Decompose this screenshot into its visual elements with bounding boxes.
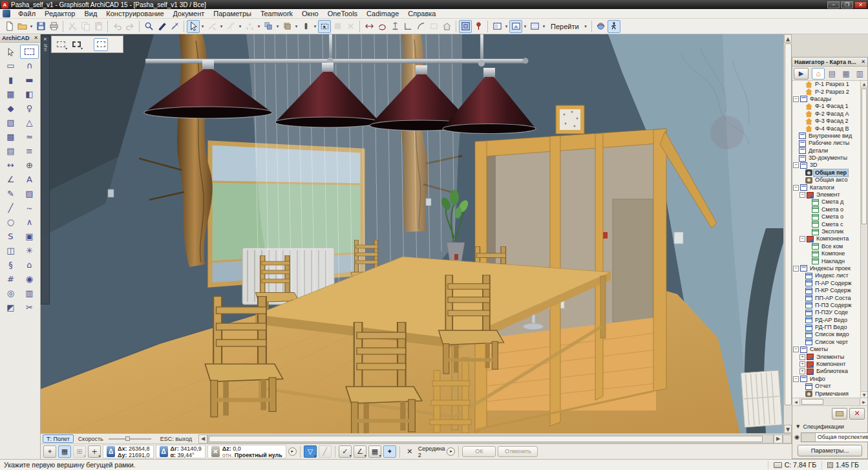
- snap-perpendicular-button[interactable]: ∠▾: [354, 445, 366, 458]
- menu-редактор[interactable]: Редактор: [40, 9, 79, 19]
- scroll-up-icon[interactable]: ▲: [784, 34, 792, 43]
- roof-tool[interactable]: △: [20, 116, 39, 130]
- markup-pin-button[interactable]: [472, 20, 485, 33]
- expand-icon[interactable]: +: [799, 369, 805, 374]
- selection-block-button[interactable]: [331, 20, 344, 33]
- tree-item[interactable]: Смета д: [792, 198, 860, 206]
- text-tool[interactable]: A: [20, 173, 39, 187]
- coordinate-add-button[interactable]: +▸: [88, 445, 101, 458]
- resize-corner[interactable]: [783, 434, 792, 443]
- navigator-titlebar[interactable]: Навигатор - Карта п... ✕: [792, 58, 867, 67]
- interior-elevation-tool[interactable]: #: [1, 272, 20, 286]
- trim-button[interactable]: [206, 20, 218, 33]
- view-combo-layout-dropdown-icon[interactable]: ▾: [541, 20, 547, 33]
- tree-item[interactable]: РД-ГП Ведо: [792, 324, 860, 331]
- tab-view-map[interactable]: ▤: [826, 68, 838, 80]
- group-elements-button[interactable]: [243, 20, 256, 33]
- collapse-icon[interactable]: −: [793, 266, 799, 272]
- magic-wand-button[interactable]: ✦: [383, 445, 396, 458]
- tree-item[interactable]: Смета о: [792, 213, 860, 220]
- tree-item[interactable]: Отчет: [792, 383, 860, 390]
- guide-line-button[interactable]: ╱: [319, 445, 332, 458]
- dimension-tool[interactable]: ↔: [1, 158, 20, 173]
- tree-item[interactable]: Р-2 Разрез 2: [792, 88, 860, 95]
- collapse-icon[interactable]: −: [793, 347, 799, 352]
- arc-tool[interactable]: ～: [20, 201, 39, 215]
- collapse-icon[interactable]: −: [793, 376, 799, 382]
- grid-snap-button[interactable]: ⊞▸: [73, 445, 86, 458]
- tree-item[interactable]: Ф-1 Фасад 1: [792, 103, 860, 110]
- wall-tool[interactable]: ▭: [1, 59, 20, 73]
- elevate-button[interactable]: [388, 20, 401, 33]
- line-tool[interactable]: ╱: [1, 201, 20, 215]
- zone-tool[interactable]: ◩: [1, 301, 20, 315]
- tree-item[interactable]: Рабочие листы: [792, 140, 860, 147]
- snap-grid-button[interactable]: ▦▾: [368, 445, 381, 458]
- circle-tool[interactable]: ○: [1, 215, 20, 230]
- change-order-button[interactable]: [262, 20, 275, 33]
- view-combo-3d-dropdown-icon[interactable]: ▾: [522, 20, 528, 33]
- delete-item-button[interactable]: ✕: [849, 408, 865, 420]
- open-file-button[interactable]: [16, 20, 28, 33]
- tree-scroll-left-icon[interactable]: ◀: [792, 398, 800, 405]
- orbit-button[interactable]: [595, 20, 608, 33]
- menu-справка[interactable]: Справка: [403, 9, 440, 19]
- worksheet-tool[interactable]: ▥: [20, 286, 39, 301]
- new-document-button[interactable]: [3, 20, 16, 33]
- save-button[interactable]: [34, 20, 47, 33]
- menu-конструирование[interactable]: Конструирование: [101, 9, 168, 19]
- tree-item[interactable]: ПП-АР Соста: [792, 294, 860, 301]
- tree-item[interactable]: −Инфо: [792, 376, 860, 383]
- close-button[interactable]: ✕: [854, 1, 867, 8]
- snap-expand-icon[interactable]: ▸: [447, 447, 455, 456]
- tree-item[interactable]: −Элемент: [792, 191, 860, 198]
- tree-item[interactable]: Внутренние вид: [792, 133, 860, 140]
- window-tool[interactable]: ▦: [1, 87, 20, 101]
- tree-item[interactable]: Эксплик: [792, 228, 860, 235]
- view-combo-floor-plan-dropdown-icon[interactable]: ▾: [503, 20, 509, 33]
- tree-item[interactable]: РД-АР Ведо: [792, 317, 860, 324]
- tree-item[interactable]: Список черт: [792, 339, 860, 346]
- inject-parameters-button[interactable]: [168, 20, 181, 33]
- tree-item[interactable]: П-КР Содерж: [792, 287, 860, 294]
- hotspot-tool[interactable]: ✳: [20, 244, 39, 258]
- rotate-button[interactable]: [376, 20, 388, 33]
- ok-button[interactable]: ОК: [462, 446, 496, 457]
- tree-item[interactable]: −Индексы проек: [792, 265, 860, 272]
- lamp-tool[interactable]: ♀: [20, 101, 39, 116]
- menu-окно[interactable]: Окно: [297, 9, 323, 19]
- figure-tool[interactable]: ▣: [20, 230, 39, 244]
- stair-tool[interactable]: ≡: [20, 144, 39, 158]
- collapse-icon[interactable]: −: [799, 192, 805, 198]
- tab-publisher[interactable]: ▥: [854, 68, 866, 80]
- arrow-tool-dropdown-icon[interactable]: ▾: [200, 20, 206, 33]
- cancel-button[interactable]: Отменить: [498, 446, 538, 457]
- view-combo-layout-button[interactable]: [528, 20, 541, 33]
- tree-item[interactable]: 3D-документы: [792, 155, 860, 162]
- selection-plane-button[interactable]: ▽▸: [304, 445, 317, 458]
- beam-tool[interactable]: ▬: [20, 73, 39, 87]
- go-to-button[interactable]: Перейти: [547, 20, 583, 33]
- change-order-dropdown-icon[interactable]: ▾: [275, 20, 281, 33]
- find-select-button[interactable]: [142, 20, 155, 33]
- snap-point-button[interactable]: ✕: [403, 445, 416, 458]
- split-button[interactable]: [224, 20, 237, 33]
- redo-button[interactable]: [123, 20, 136, 33]
- arc-mode-button[interactable]: [414, 20, 427, 33]
- menu-onetools[interactable]: OneTools: [323, 9, 362, 19]
- tree-scroll-down-icon[interactable]: ▼: [861, 391, 867, 398]
- menu-teamwork[interactable]: Teamwork: [256, 9, 297, 19]
- pick-up-parameters-button[interactable]: [155, 20, 168, 33]
- column-tool[interactable]: ▮: [1, 73, 20, 87]
- tree-item[interactable]: Индекс лист: [792, 272, 860, 279]
- angle-dimension-tool[interactable]: ∠: [1, 173, 20, 187]
- tree-item[interactable]: П-ПЗУ Соде: [792, 309, 860, 316]
- tree-item[interactable]: Примечания: [792, 390, 860, 397]
- tree-scroll-up-icon[interactable]: ▲: [861, 81, 867, 87]
- xy-field[interactable]: Δ Δx: 26364,8 Δy: 21691,0: [103, 445, 154, 458]
- expand-icon[interactable]: +: [799, 361, 805, 367]
- tree-scroll-thumb[interactable]: [862, 89, 867, 224]
- tree-item[interactable]: −3D: [792, 162, 860, 169]
- menu-файл[interactable]: Файл: [14, 9, 40, 19]
- paste-button[interactable]: [92, 20, 105, 33]
